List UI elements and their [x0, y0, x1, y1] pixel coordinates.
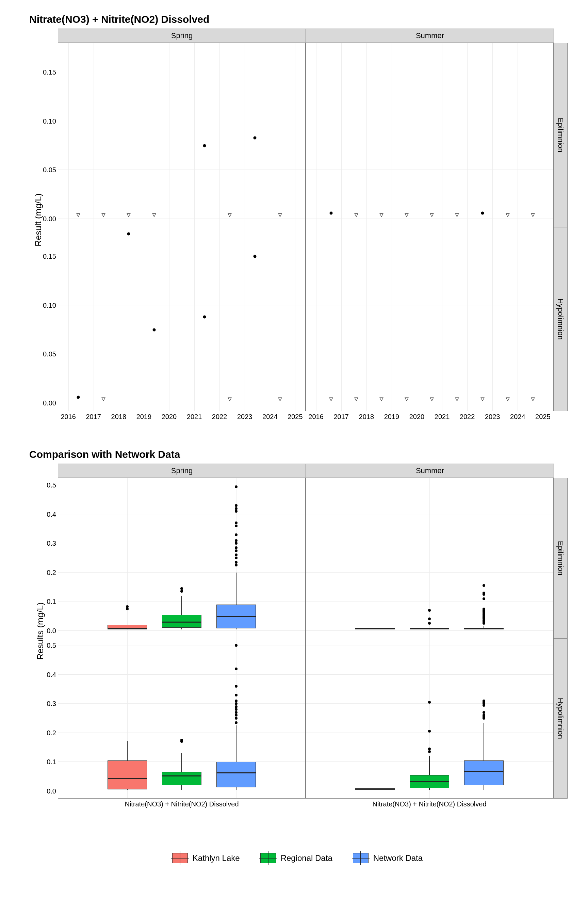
y-tick: 0.10	[29, 117, 56, 125]
svg-marker-2	[127, 213, 131, 217]
nondetect-triangle-icon	[430, 397, 434, 401]
y-tick: 0.5	[29, 481, 56, 489]
strip-epi-2: Epilimnion	[553, 478, 568, 638]
x-tick: 2016	[61, 413, 76, 421]
y-tick: 0.5	[29, 642, 56, 650]
nondetect-triangle-icon	[228, 397, 232, 401]
x-tick: Nitrate(NO3) + Nitrite(NO2) Dissolved	[372, 800, 486, 808]
svg-marker-7	[380, 213, 383, 217]
x-tick: 2016	[308, 413, 324, 421]
x-tick: 2020	[409, 413, 425, 421]
outlier-point	[428, 701, 431, 703]
nondetect-triangle-icon	[405, 397, 409, 401]
nondetect-triangle-icon	[228, 213, 232, 217]
y-tick: 0.10	[29, 301, 56, 309]
svg-marker-23	[506, 398, 509, 401]
nondetect-triangle-icon	[506, 397, 510, 401]
outlier-point	[483, 584, 485, 587]
data-point	[330, 212, 333, 215]
y-tick: 0.4	[29, 671, 56, 678]
legend-regional: Regional Data	[260, 853, 333, 863]
outlier-point	[235, 717, 237, 719]
outlier-point	[483, 711, 485, 714]
data-point	[127, 233, 130, 236]
legend-swatch-blue-icon	[353, 853, 368, 863]
svg-marker-21	[456, 398, 459, 401]
svg-marker-15	[278, 398, 282, 401]
boxplot-box	[464, 628, 504, 629]
nondetect-triangle-icon	[127, 213, 131, 217]
boxplot-box	[464, 760, 504, 785]
y-tick: 0.2	[29, 729, 56, 737]
boxplot-box	[216, 762, 256, 787]
x-tick: 2019	[384, 413, 399, 421]
outlier-point	[428, 609, 431, 612]
outlier-point	[235, 685, 237, 688]
outlier-point	[235, 485, 237, 488]
chart-1: Nitrate(NO3) + Nitrite(NO2) Dissolved Re…	[27, 14, 568, 411]
x-tick: 2020	[162, 413, 177, 421]
boxplot-box	[410, 628, 449, 629]
nondetect-triangle-icon	[152, 213, 156, 217]
svg-marker-22	[481, 398, 484, 401]
data-point	[203, 144, 206, 147]
outlier-point	[235, 556, 237, 559]
outlier-point	[235, 721, 237, 724]
outlier-point	[180, 739, 183, 741]
outlier-point	[428, 622, 431, 625]
panel2-summer-hyp: Nitrate(NO3) + Nitrite(NO2) Dissolved	[305, 638, 553, 799]
outlier-point	[235, 510, 237, 512]
panel-summer-hyp: 2016201720182019202020212022202320242025	[305, 227, 553, 411]
svg-marker-8	[405, 213, 409, 217]
outlier-point	[235, 694, 237, 697]
panel-spring-hyp: 0.000.050.100.15 20162017201820192020202…	[58, 227, 305, 411]
strip-summer: Summer	[306, 29, 554, 43]
nondetect-triangle-icon	[102, 397, 105, 401]
outlier-point	[428, 747, 431, 750]
y-tick: 0.1	[29, 598, 56, 606]
outlier-point	[235, 702, 237, 705]
outlier-point	[235, 564, 237, 566]
data-point	[253, 255, 256, 258]
outlier-point	[428, 750, 431, 753]
outlier-point	[235, 705, 237, 708]
x-tick: 2024	[510, 413, 525, 421]
nondetect-triangle-icon	[76, 213, 80, 217]
x-tick: 2021	[435, 413, 450, 421]
legend-label-c: Network Data	[373, 854, 423, 863]
boxplot-box	[162, 615, 202, 628]
outlier-point	[235, 525, 237, 527]
outlier-point	[235, 714, 237, 716]
legend-swatch-green-icon	[260, 853, 276, 863]
nondetect-triangle-icon	[278, 213, 282, 217]
nondetect-triangle-icon	[405, 213, 409, 217]
y-tick: 0.05	[29, 350, 56, 358]
data-point	[481, 212, 484, 215]
svg-marker-5	[278, 213, 282, 217]
nondetect-triangle-icon	[506, 213, 510, 217]
outlier-point	[483, 700, 485, 702]
svg-marker-1	[102, 213, 105, 217]
chart-2-title: Comparison with Network Data	[29, 449, 568, 460]
nondetect-triangle-icon	[380, 397, 383, 401]
svg-marker-3	[152, 213, 156, 217]
nondetect-triangle-icon	[354, 213, 358, 217]
panel2-spring-epi: 0.00.10.20.30.40.5	[58, 478, 305, 638]
boxplot-box	[355, 789, 395, 790]
panel-spring-epi: 0.000.050.100.15	[58, 43, 305, 227]
svg-marker-14	[228, 398, 231, 401]
y-tick: 0.00	[29, 399, 56, 407]
chart-1-title: Nitrate(NO3) + Nitrite(NO2) Dissolved	[29, 14, 568, 25]
outlier-point	[126, 605, 129, 608]
x-tick: 2019	[136, 413, 152, 421]
outlier-point	[235, 553, 237, 556]
x-tick: 2017	[333, 413, 349, 421]
svg-marker-19	[405, 398, 409, 401]
y-tick: 0.05	[29, 166, 56, 174]
outlier-point	[483, 714, 485, 716]
boxplot-box	[410, 775, 449, 788]
data-point	[203, 315, 206, 318]
svg-marker-13	[102, 398, 105, 401]
y-tick: 0.15	[29, 252, 56, 260]
boxplot-box	[216, 605, 256, 628]
